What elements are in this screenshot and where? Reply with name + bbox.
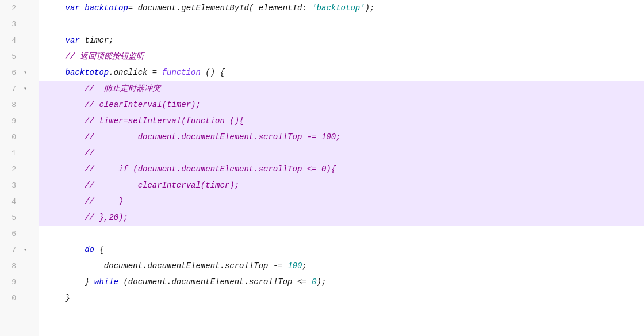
- token-id-blue: backtotop: [85, 3, 128, 13]
- code-line: // clearInterval(timer);: [39, 177, 644, 193]
- token-method: onclick: [114, 68, 148, 77]
- fold-icon: [21, 229, 30, 238]
- token-fn: function: [162, 68, 201, 77]
- code-line: // timer=setInterval(function (){: [39, 113, 644, 129]
- token-plain: (: [249, 3, 259, 13]
- token-plain: [46, 165, 85, 174]
- line-number: 8: [0, 101, 21, 109]
- token-plain: [46, 68, 66, 77]
- line-number: 7: [0, 246, 21, 254]
- token-id: document: [104, 261, 143, 270]
- token-id: documentElement: [147, 261, 220, 270]
- fold-icon: [21, 165, 30, 174]
- fold-icon[interactable]: ▾: [21, 84, 30, 93]
- code-line: } while (document.documentElement.scroll…: [39, 274, 644, 290]
- token-num: 100: [288, 261, 302, 270]
- token-var-kw: do: [85, 245, 94, 254]
- token-plain: }: [46, 277, 94, 287]
- fold-icon: [21, 277, 30, 287]
- token-plain: [80, 3, 85, 13]
- token-method: getElementById: [181, 3, 249, 13]
- token-comment: // clearInterval(timer);: [85, 181, 239, 190]
- token-plain: ;: [302, 261, 306, 270]
- token-id: document: [138, 3, 177, 13]
- fold-icon: [21, 36, 30, 45]
- line-number: 4: [0, 36, 21, 45]
- fold-icon: [21, 181, 30, 190]
- code-line: document.documentElement.scrollTop -= 10…: [39, 258, 644, 274]
- line-number: 5: [0, 52, 21, 61]
- fold-icon: [21, 213, 30, 222]
- token-id: document: [128, 277, 167, 287]
- token-plain: [80, 36, 85, 45]
- gutter-row: 9: [0, 274, 39, 290]
- fold-icon[interactable]: ▾: [21, 68, 30, 77]
- gutter-row: 5: [0, 209, 39, 226]
- token-var-kw: while: [94, 277, 118, 287]
- token-comment: // },20);: [85, 213, 128, 222]
- token-plain: :: [302, 3, 312, 13]
- token-plain: .: [109, 68, 113, 77]
- line-number: 9: [0, 278, 21, 287]
- token-plain: [46, 100, 85, 109]
- token-plain: [46, 36, 66, 45]
- code-line: var timer;: [39, 32, 644, 48]
- token-plain: [46, 213, 85, 222]
- code-line: }: [39, 290, 644, 306]
- code-line: // 防止定时器冲突: [39, 81, 644, 97]
- token-plain: [46, 245, 85, 254]
- code-line: // clearInterval(timer);: [39, 97, 644, 113]
- fold-icon: [21, 132, 30, 142]
- token-plain: [46, 3, 66, 13]
- token-comment: // if (document.documentElement.scrollTo…: [85, 165, 336, 174]
- token-plain: [46, 261, 104, 270]
- token-comment: // timer=setInterval(function (){: [85, 116, 244, 125]
- gutter-row: 3: [0, 177, 39, 193]
- code-line: var backtotop= document.getElementById( …: [39, 0, 644, 16]
- token-plain: .: [143, 261, 147, 270]
- line-number: 6: [0, 68, 21, 77]
- line-number: 0: [0, 133, 21, 142]
- token-plain: {: [94, 245, 104, 254]
- code-area: var backtotop= document.getElementById( …: [39, 0, 644, 336]
- fold-icon[interactable]: ▾: [21, 245, 30, 254]
- line-number: 5: [0, 213, 21, 222]
- code-line: do {: [39, 242, 644, 258]
- fold-icon: [21, 20, 30, 29]
- gutter-row: 0: [0, 129, 39, 145]
- gutter-row: 2: [0, 0, 39, 16]
- code-editor: 23456▾7▾8901234567▾890 var backtotop= do…: [0, 0, 644, 336]
- line-number: 0: [0, 294, 21, 303]
- gutter-row: 7▾: [0, 81, 39, 97]
- token-id: elementId: [259, 3, 302, 13]
- token-plain: .: [177, 3, 181, 13]
- token-plain: [46, 132, 85, 142]
- fold-icon: [21, 116, 30, 125]
- token-comment: // }: [85, 197, 123, 206]
- gutter-row: 6: [0, 226, 39, 242]
- token-plain: }: [46, 293, 70, 303]
- gutter-row: 6▾: [0, 64, 39, 81]
- code-line: //: [39, 145, 644, 161]
- fold-icon: [21, 197, 30, 206]
- token-plain: );: [365, 3, 375, 13]
- gutter-row: 9: [0, 113, 39, 129]
- code-line: backtotop.onclick = function () {: [39, 64, 644, 81]
- fold-icon: [21, 148, 30, 158]
- line-number: 9: [0, 117, 21, 125]
- token-plain: =: [147, 68, 162, 77]
- token-comment: // 返回顶部按钮监听: [66, 51, 144, 62]
- token-plain: [46, 116, 85, 125]
- gutter-row: 5: [0, 48, 39, 64]
- token-id: documentElement: [171, 277, 244, 287]
- line-number: 1: [0, 149, 21, 158]
- code-line: [39, 16, 644, 32]
- gutter-row: 7▾: [0, 242, 39, 258]
- token-plain: [46, 84, 85, 93]
- gutter-row: 8: [0, 97, 39, 113]
- gutter-row: 0: [0, 290, 39, 306]
- token-plain: [46, 148, 85, 158]
- token-comment: // 防止定时器冲突: [85, 83, 160, 94]
- gutter-row: 3: [0, 16, 39, 32]
- gutter-row: 4: [0, 193, 39, 209]
